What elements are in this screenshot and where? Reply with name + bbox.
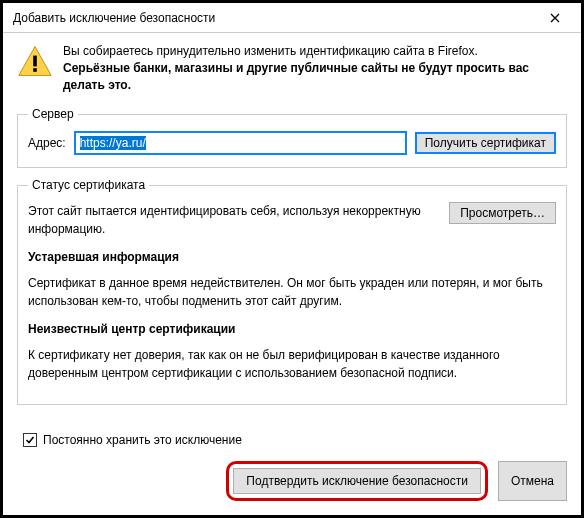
confirm-highlight: Подтвердить исключение безопасности <box>226 461 488 501</box>
address-label: Адрес: <box>28 136 66 150</box>
status-fieldset: Статус сертификата Этот сайт пытается ид… <box>17 178 567 405</box>
address-input[interactable] <box>74 131 407 155</box>
unknown-ca-text: К сертификату нет доверия, так как он не… <box>28 346 556 382</box>
warning-line1: Вы собираетесь принудительно изменить ид… <box>63 43 567 60</box>
view-certificate-button[interactable]: Просмотреть… <box>449 202 556 224</box>
warning-text: Вы собираетесь принудительно изменить ид… <box>63 43 567 93</box>
permanent-checkbox[interactable] <box>23 433 37 447</box>
close-button[interactable] <box>535 7 575 29</box>
stale-heading: Устаревшая информация <box>28 248 556 266</box>
server-fieldset: Сервер Адрес: Получить сертификат <box>17 107 567 168</box>
warning-icon <box>17 43 53 79</box>
permanent-checkbox-row[interactable]: Постоянно хранить это исключение <box>23 433 567 447</box>
warning-line2: Серьёзные банки, магазины и другие публи… <box>63 60 567 94</box>
close-icon <box>550 13 560 23</box>
svg-rect-1 <box>33 56 37 67</box>
titlebar: Добавить исключение безопасности <box>3 3 581 33</box>
check-icon <box>25 435 35 445</box>
confirm-button[interactable]: Подтвердить исключение безопасности <box>233 468 481 494</box>
cancel-button[interactable]: Отмена <box>498 461 567 501</box>
server-legend: Сервер <box>28 107 78 121</box>
permanent-checkbox-label: Постоянно хранить это исключение <box>43 433 242 447</box>
window-title: Добавить исключение безопасности <box>13 11 215 25</box>
warning-section: Вы собираетесь принудительно изменить ид… <box>17 43 567 93</box>
stale-text: Сертификат в данное время недействителен… <box>28 274 556 310</box>
dialog-content: Вы собираетесь принудительно изменить ид… <box>3 33 581 473</box>
unknown-ca-heading: Неизвестный центр сертификации <box>28 320 556 338</box>
status-identify-text: Этот сайт пытается идентифицировать себя… <box>28 202 439 238</box>
get-certificate-button[interactable]: Получить сертификат <box>415 132 556 154</box>
dialog-buttons: Подтвердить исключение безопасности Отме… <box>3 461 581 515</box>
status-legend: Статус сертификата <box>28 178 149 192</box>
svg-rect-2 <box>33 68 37 72</box>
